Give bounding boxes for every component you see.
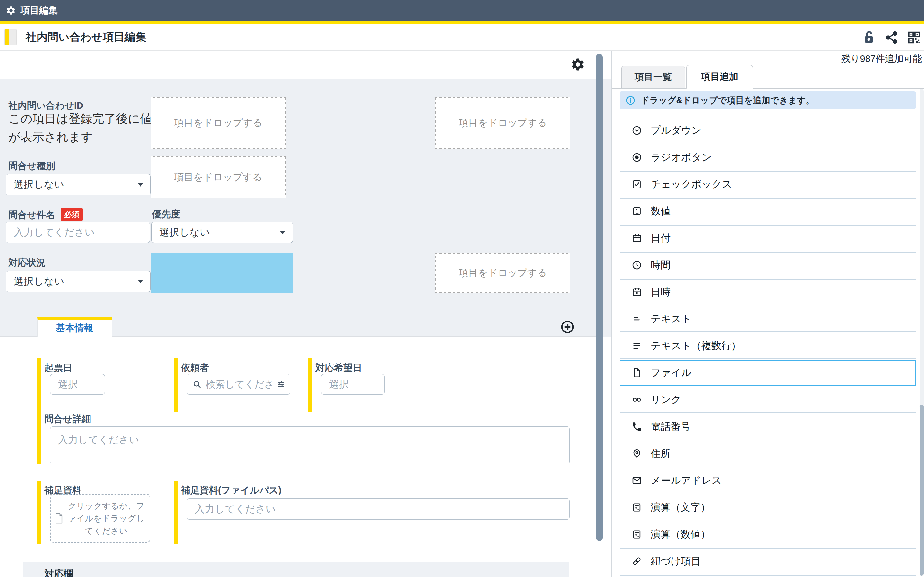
palette-item-relation[interactable]: 紐づけ項目 bbox=[620, 548, 916, 574]
palette-item-calc-number[interactable]: 演算（数値） bbox=[620, 522, 916, 547]
palette-item-pulldown[interactable]: プルダウン bbox=[620, 118, 916, 143]
relation-link-icon bbox=[632, 556, 642, 567]
sidebar-divider bbox=[612, 89, 924, 89]
palette-item-checkbox[interactable]: チェックボックス bbox=[620, 171, 916, 197]
share-icon[interactable] bbox=[884, 30, 899, 45]
palette-item-address[interactable]: 住所 bbox=[620, 441, 916, 466]
palette-item-phone[interactable]: 電話番号 bbox=[620, 414, 916, 440]
mail-icon bbox=[632, 475, 642, 486]
topbar: 項目編集 bbox=[0, 0, 924, 21]
palette-item-mail[interactable]: メールアドレス bbox=[620, 468, 916, 493]
status-select[interactable]: 選択しない bbox=[6, 271, 151, 292]
palette-item-clipped bbox=[620, 575, 916, 577]
tab-content: 起票日 選択 依頼者 検索してください 対応希望日 選択 bbox=[0, 337, 611, 577]
time-icon bbox=[632, 259, 642, 271]
field-label-priority: 優先度 bbox=[152, 208, 180, 221]
field-label-desired-date: 対応希望日 bbox=[315, 362, 362, 374]
chevron-down-icon bbox=[137, 183, 144, 187]
page-title: 社内問い合わせ項目編集 bbox=[26, 30, 146, 45]
field-accent-bar bbox=[37, 480, 41, 544]
file-icon bbox=[632, 367, 642, 378]
chevron-down-icon bbox=[137, 280, 144, 284]
detail-textarea[interactable]: 入力してください bbox=[50, 426, 570, 464]
category-select[interactable]: 選択しない bbox=[6, 174, 151, 195]
form-settings-gear-icon[interactable] bbox=[570, 57, 585, 72]
palette-item-calc-text[interactable]: 演算（文字） bbox=[620, 495, 916, 520]
palette-item-number[interactable]: 数値 bbox=[620, 198, 916, 224]
drop-target[interactable]: 項目をドロップする bbox=[435, 97, 570, 149]
radio-icon bbox=[632, 152, 642, 163]
date-icon bbox=[632, 233, 642, 243]
field-label-category: 問合せ種別 bbox=[8, 160, 55, 172]
palette-list: プルダウン ラジオボタン チェックボックス 数値 日付 時間 bbox=[620, 118, 916, 577]
add-tab-icon[interactable] bbox=[560, 319, 575, 334]
palette-item-datetime[interactable]: 日時 bbox=[620, 279, 916, 305]
field-label-response: 対応欄 bbox=[44, 567, 73, 577]
palette-item-text[interactable]: テキスト bbox=[620, 306, 916, 332]
palette-item-radio[interactable]: ラジオボタン bbox=[620, 145, 916, 170]
file-drop-area[interactable]: クリックするか、ファイルをドラッグしてください bbox=[50, 494, 150, 543]
palette-item-file[interactable]: ファイル bbox=[620, 360, 916, 386]
sidebar-scrollbar-thumb[interactable] bbox=[919, 405, 924, 576]
id-field-description: この項目は登録完了後に値が表示されます bbox=[8, 110, 156, 146]
field-label-detail: 問合せ詳細 bbox=[44, 413, 91, 426]
form-area: 社内問い合わせID この項目は登録完了後に値が表示されます 項目をドロップする … bbox=[0, 79, 611, 577]
canvas-toolbar bbox=[0, 51, 611, 79]
field-label-draft-date: 起票日 bbox=[44, 362, 72, 374]
filter-sliders-icon[interactable] bbox=[276, 380, 286, 389]
field-accent-bar bbox=[309, 358, 312, 412]
datetime-icon bbox=[632, 287, 642, 298]
tab-basic-info[interactable]: 基本情報 bbox=[37, 318, 112, 337]
phone-icon bbox=[632, 421, 642, 432]
calc-text-icon bbox=[632, 502, 642, 513]
field-accent-bar bbox=[37, 358, 41, 412]
app-window: 項目編集 社内問い合わせ項目編集 bbox=[0, 0, 924, 577]
text-icon bbox=[632, 314, 642, 324]
field-accent-bar bbox=[174, 358, 178, 412]
field-label-status: 対応状況 bbox=[8, 256, 45, 269]
desired-date-input[interactable]: 選択 bbox=[321, 374, 384, 395]
palette-item-multiline-text[interactable]: テキスト（複数行） bbox=[620, 333, 916, 359]
field-accent-bar bbox=[174, 480, 178, 544]
drop-target[interactable]: 項目をドロップする bbox=[435, 253, 570, 293]
calc-number-icon bbox=[632, 529, 642, 540]
palette-item-time[interactable]: 時間 bbox=[620, 252, 916, 278]
file-icon bbox=[54, 513, 63, 524]
draft-date-input[interactable]: 選択 bbox=[50, 374, 105, 395]
topbar-title: 項目編集 bbox=[21, 4, 58, 17]
drop-target[interactable]: 項目をドロップする bbox=[151, 97, 286, 149]
lock-open-icon[interactable] bbox=[861, 30, 877, 45]
field-label-file-path: 補足資料(ファイルパス) bbox=[181, 484, 281, 497]
field-accent-bar bbox=[37, 409, 41, 464]
pulldown-icon bbox=[632, 125, 642, 136]
file-path-input[interactable]: 入力してください bbox=[187, 498, 570, 520]
search-icon bbox=[192, 380, 202, 389]
link-icon bbox=[632, 394, 642, 405]
response-section: 対応欄 bbox=[23, 562, 569, 577]
main-scrollbar[interactable] bbox=[596, 54, 603, 541]
tab-field-list[interactable]: 項目一覧 bbox=[622, 66, 685, 89]
drop-target[interactable]: 項目をドロップする bbox=[151, 156, 286, 198]
chevron-down-icon bbox=[280, 231, 286, 234]
app-document-icon bbox=[5, 29, 17, 45]
required-badge: 必須 bbox=[61, 208, 83, 221]
multiline-text-icon bbox=[632, 340, 642, 351]
drag-over-highlight[interactable] bbox=[152, 253, 293, 293]
remaining-count-note: 残り987件追加可能 bbox=[841, 53, 922, 65]
palette-item-link[interactable]: リンク bbox=[620, 387, 916, 413]
info-banner: ドラッグ&ドロップで項目を追加できます。 bbox=[620, 91, 916, 109]
accent-divider bbox=[0, 21, 924, 24]
tab-field-add[interactable]: 項目追加 bbox=[686, 65, 753, 89]
qr-code-icon[interactable] bbox=[907, 30, 921, 45]
palette-item-date[interactable]: 日付 bbox=[620, 226, 916, 251]
field-label-subject: 問合せ件名必須 bbox=[8, 208, 83, 221]
form-canvas: 社内問い合わせID この項目は登録完了後に値が表示されます 項目をドロップする … bbox=[0, 51, 611, 577]
field-palette-sidebar: 残り987件追加可能 項目一覧 項目追加 ドラッグ&ドロップで項目を追加できます… bbox=[611, 51, 924, 577]
field-label-requester: 依頼者 bbox=[181, 362, 209, 374]
number-icon bbox=[632, 206, 642, 217]
checkbox-icon bbox=[632, 179, 642, 190]
priority-select[interactable]: 選択しない bbox=[152, 222, 293, 243]
subject-input[interactable]: 入力してください bbox=[6, 222, 150, 243]
info-icon bbox=[625, 95, 636, 105]
requester-search-input[interactable]: 検索してください bbox=[187, 374, 290, 395]
